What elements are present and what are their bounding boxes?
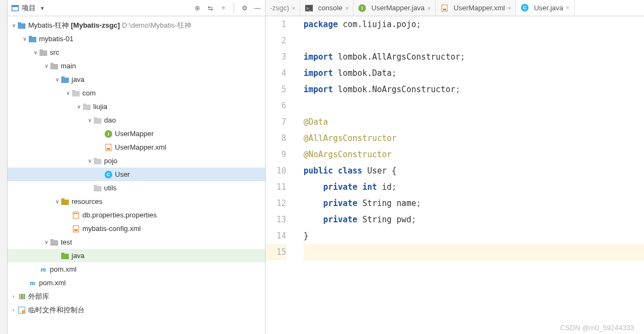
svg-rect-36 <box>21 294 23 299</box>
tree-main[interactable]: ∨ main <box>8 59 265 73</box>
chevron-right-icon[interactable]: › <box>10 293 17 299</box>
close-icon[interactable]: × <box>507 5 511 11</box>
chevron-down-icon[interactable]: ∨ <box>75 104 82 110</box>
chevron-down-icon[interactable]: ∨ <box>86 117 93 123</box>
line-gutter: 123456789101112131415 <box>266 16 294 334</box>
tree-user-class[interactable]: C User <box>8 168 265 181</box>
chevron-down-icon[interactable]: ∨ <box>42 63 50 69</box>
tree-utils[interactable]: utils <box>8 181 265 195</box>
xml-file-icon <box>440 4 449 12</box>
node-label: java <box>72 252 85 260</box>
close-icon[interactable]: × <box>427 5 430 11</box>
class-icon: C <box>104 170 113 179</box>
gear-icon[interactable]: ⚙ <box>240 4 249 12</box>
tree-root[interactable]: ∨ Mybatis-狂神 [Mybatis-zsgc]D:\demo\Mybat… <box>8 18 265 32</box>
project-tree[interactable]: ∨ Mybatis-狂神 [Mybatis-zsgc]D:\demo\Mybat… <box>8 16 265 334</box>
scratch-icon <box>17 306 26 314</box>
tree-resources[interactable]: ∨ resources <box>8 195 265 208</box>
chevron-down-icon[interactable]: ∨ <box>64 90 72 96</box>
chevron-down-icon[interactable]: ∨ <box>31 49 39 55</box>
tree-usermapper-xml[interactable]: UserMapper.xml <box>8 140 265 154</box>
svg-rect-15 <box>83 104 86 105</box>
svg-rect-17 <box>94 117 97 119</box>
module-icon <box>17 21 26 30</box>
tree-dao[interactable]: ∨ dao <box>8 113 265 127</box>
editor-tabs: -zsgc) × >_ console × I UserMapper.java … <box>266 0 644 16</box>
xml-file-icon <box>72 224 80 233</box>
hide-icon[interactable]: — <box>253 4 262 12</box>
folder-icon <box>39 48 48 57</box>
separator <box>234 3 234 13</box>
tab-label: UserMapper.java <box>371 4 424 12</box>
chevron-down-icon[interactable]: ∨ <box>53 76 61 82</box>
interface-icon: I <box>104 130 113 138</box>
svg-rect-18 <box>106 144 111 151</box>
tree-java[interactable]: ∨ java <box>8 73 265 86</box>
target-icon[interactable]: ⊕ <box>193 4 202 12</box>
project-toolbar: 项目 ▾ ⊕ ⇆ ÷ ⚙ — <box>8 0 265 16</box>
svg-rect-16 <box>94 118 101 124</box>
node-label: utils <box>104 184 117 192</box>
tab-user-java[interactable]: C User.java × <box>516 0 575 16</box>
close-icon[interactable]: × <box>566 4 569 11</box>
node-label: pom.xml <box>39 279 66 287</box>
tab-label: console <box>318 4 343 12</box>
code-editor[interactable]: 123456789101112131415 package com.liujia… <box>266 16 644 334</box>
close-icon[interactable]: × <box>292 5 295 11</box>
node-label: test <box>61 238 72 246</box>
tree-src[interactable]: ∨ src <box>8 46 265 59</box>
package-icon <box>93 157 102 165</box>
tree-liujia[interactable]: ∨ liujia <box>8 100 265 113</box>
project-view-icon[interactable] <box>11 4 20 12</box>
tab-partial[interactable]: -zsgc) × <box>266 0 300 16</box>
ide-left-gutter <box>0 0 8 334</box>
svg-rect-30 <box>74 229 78 231</box>
svg-rect-7 <box>40 49 43 51</box>
svg-rect-24 <box>61 200 69 205</box>
tree-scratches[interactable]: › 临时文件和控制台 <box>8 303 265 317</box>
tree-usermapper-interface[interactable]: I UserMapper <box>8 127 265 140</box>
tab-usermapper-java[interactable]: I UserMapper.java × <box>353 0 436 16</box>
svg-rect-8 <box>50 64 58 69</box>
chevron-right-icon[interactable]: › <box>10 307 17 313</box>
chevron-down-icon[interactable]: ∨ <box>53 198 61 204</box>
dropdown-arrow-icon[interactable]: ▾ <box>38 4 47 12</box>
tree-test-java[interactable]: java <box>8 249 265 262</box>
chevron-down-icon[interactable]: ∨ <box>10 22 17 28</box>
chevron-down-icon[interactable]: ∨ <box>21 36 28 42</box>
tree-mybatis-config[interactable]: mybatis-config.xml <box>8 222 265 235</box>
tree-test[interactable]: ∨ test <box>8 235 265 249</box>
node-label: 临时文件和控制台 <box>28 305 85 315</box>
code-content[interactable]: package com.liujia.pojo;import lombok.Al… <box>294 16 644 334</box>
class-icon: C <box>520 3 529 12</box>
node-label: UserMapper <box>115 130 154 138</box>
tree-com[interactable]: ∨ com <box>8 86 265 100</box>
tree-pojo[interactable]: ∨ pojo <box>8 154 265 168</box>
svg-text:>_: >_ <box>306 6 312 11</box>
svg-rect-23 <box>94 185 97 187</box>
tab-label: User.java <box>534 4 563 12</box>
tree-pom1[interactable]: m pom.xml <box>8 262 265 276</box>
watermark: CSDN @m0_59244333 <box>560 324 634 332</box>
chevron-down-icon[interactable]: ∨ <box>42 239 50 245</box>
svg-rect-11 <box>61 76 65 78</box>
svg-rect-37 <box>23 294 25 299</box>
tree-external-libs[interactable]: › 外部库 <box>8 290 265 303</box>
folder-icon <box>50 62 59 70</box>
tab-usermapper-xml[interactable]: UserMapper.xml × <box>436 0 516 16</box>
tree-dbprops[interactable]: db.properties.properties <box>8 208 265 222</box>
svg-rect-14 <box>83 105 91 110</box>
close-icon[interactable]: × <box>345 5 349 11</box>
tree-mybatis01[interactable]: ∨ mybatis-01 <box>8 32 265 46</box>
tab-console[interactable]: >_ console × <box>300 0 353 16</box>
svg-rect-28 <box>76 213 78 214</box>
collapse-icon[interactable]: ⇆ <box>206 4 215 12</box>
tree-pom2[interactable]: m pom.xml <box>8 276 265 290</box>
divide-icon[interactable]: ÷ <box>219 4 228 12</box>
svg-rect-29 <box>73 226 79 232</box>
svg-rect-27 <box>74 213 75 214</box>
project-dropdown[interactable]: 项目 <box>22 3 36 13</box>
svg-rect-35 <box>19 294 21 299</box>
node-label: liujia <box>93 102 107 111</box>
chevron-down-icon[interactable]: ∨ <box>86 158 93 164</box>
